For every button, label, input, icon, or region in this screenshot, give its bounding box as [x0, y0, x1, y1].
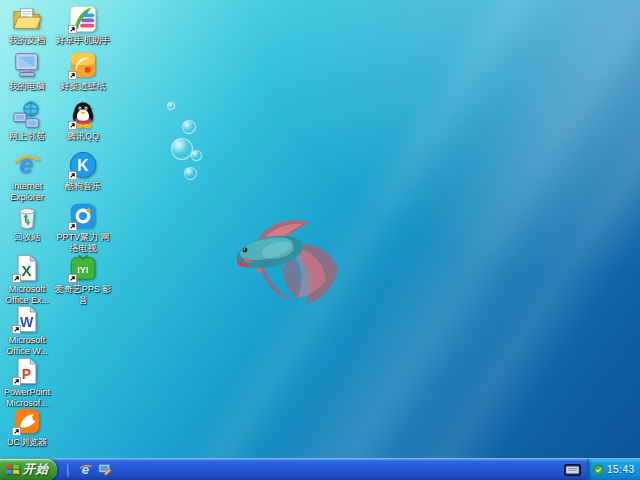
bubble — [171, 138, 193, 160]
start-button-label: 开始 — [23, 461, 49, 478]
svg-text:W: W — [20, 314, 34, 330]
ie-quick-launch-icon[interactable]: e — [78, 462, 93, 477]
betta-fish-image — [222, 192, 346, 306]
desktop-wallpaper: 我的文档好卓手机助手我的电脑好桌道壁纸网上邻居腾讯QQeInternet Exp… — [0, 0, 640, 458]
start-button[interactable]: 开始 — [0, 459, 57, 480]
svg-text:e: e — [82, 462, 89, 477]
desktop-icon-internet-explorer[interactable]: eInternet Explorer — [0, 150, 54, 202]
ms-powerpoint-icon: P — [12, 356, 42, 386]
shortcut-arrow-icon — [12, 427, 21, 436]
system-tray: 15:43 — [587, 459, 640, 480]
ms-word-icon: W — [12, 304, 42, 334]
tencent-qq-icon — [68, 100, 98, 130]
light-ray — [324, 0, 640, 458]
shortcut-arrow-icon — [12, 325, 21, 334]
desktop-icon-uc-browser[interactable]: UC浏览器 — [0, 406, 54, 448]
clock[interactable]: 15:43 — [607, 464, 635, 475]
desktop-icon-label: UC浏览器 — [7, 437, 47, 448]
svg-text:X: X — [22, 262, 32, 279]
desktop-icon-label: 我的文档 — [9, 35, 45, 46]
shortcut-arrow-icon — [68, 121, 77, 130]
desktop-icon-kugou-music[interactable]: K酷狗音乐 — [50, 150, 116, 192]
shortcut-arrow-icon — [12, 274, 21, 283]
svg-text:IYI: IYI — [77, 265, 88, 275]
desktop-icon-label: 好卓手机助手 — [56, 35, 110, 46]
desktop-icon-label: Microsoft Office Ex... — [5, 284, 49, 305]
desktop-icon-iqiyi-pps[interactable]: IYI爱奇艺PPS 影 音 — [50, 253, 116, 305]
my-computer-icon — [12, 50, 42, 80]
taskbar-empty-area[interactable] — [119, 459, 564, 480]
haozhuo-assistant-icon — [68, 4, 98, 34]
my-documents-icon — [12, 4, 42, 34]
desktop-icon-label: Internet Explorer — [10, 181, 44, 202]
desktop-icon-label: 好桌道壁纸 — [61, 81, 106, 92]
taskbar: 开始 e — [0, 458, 640, 480]
desktop-icon-label: 网上邻居 — [9, 131, 45, 142]
desktop-icon-label: 酷狗音乐 — [65, 181, 101, 192]
bubble — [184, 167, 197, 180]
desktop-icon-tencent-qq[interactable]: 腾讯QQ — [50, 100, 116, 142]
recycle-bin-icon — [12, 201, 42, 231]
pptv-icon — [68, 201, 98, 231]
shortcut-arrow-icon — [68, 25, 77, 34]
show-desktop-icon[interactable] — [98, 462, 113, 477]
bubble — [191, 150, 202, 161]
bubble — [182, 120, 196, 134]
light-ray — [112, 0, 609, 458]
quick-launch-bar: e — [57, 459, 119, 480]
network-places-icon — [12, 100, 42, 130]
desktop-icon-ms-word[interactable]: WMicrosoft Office W... — [0, 304, 54, 356]
desktop-icon-label: PPTV聚力 网 络电视 — [56, 232, 109, 253]
quick-launch-handle[interactable] — [67, 463, 70, 477]
desktop-icon-label: 回收站 — [14, 232, 41, 243]
windows-logo-icon — [5, 463, 20, 476]
svg-text:P: P — [22, 366, 31, 382]
shortcut-arrow-icon — [68, 274, 77, 283]
desktop-icon-ms-excel[interactable]: XMicrosoft Office Ex... — [0, 253, 54, 305]
uc-browser-icon — [12, 406, 42, 436]
svg-text:e: e — [19, 150, 33, 178]
shortcut-arrow-icon — [68, 222, 77, 231]
desktop-icon-label: Microsoft Office W... — [6, 335, 47, 356]
desktop-icon-label: 爱奇艺PPS 影 音 — [55, 284, 112, 305]
kugou-music-icon: K — [68, 150, 98, 180]
svg-text:K: K — [77, 157, 89, 174]
iqiyi-pps-icon: IYI — [68, 253, 98, 283]
internet-explorer-icon: e — [12, 150, 42, 180]
desktop-icon-my-documents[interactable]: 我的文档 — [0, 4, 54, 46]
green-shield-icon[interactable] — [593, 464, 604, 476]
desktop-icon-pptv[interactable]: PPTV聚力 网 络电视 — [50, 201, 116, 253]
desktop-icon-label: 我的电脑 — [9, 81, 45, 92]
desktop-icon-network-places[interactable]: 网上邻居 — [0, 100, 54, 142]
desktop-icon-ms-powerpoint[interactable]: PPowerPoint Microsof... — [0, 356, 54, 408]
desktop-icon-recycle-bin[interactable]: 回收站 — [0, 201, 54, 243]
keyboard-language-icon[interactable] — [564, 464, 581, 476]
shortcut-arrow-icon — [68, 171, 77, 180]
shortcut-arrow-icon — [68, 71, 77, 80]
desktop-icon-label: 腾讯QQ — [67, 131, 99, 142]
desktop-icon-haozhuo-assistant[interactable]: 好卓手机助手 — [50, 4, 116, 46]
ms-excel-icon: X — [12, 253, 42, 283]
haozhuodao-wallpaper-icon — [68, 50, 98, 80]
desktop-icon-haozhuodao-wallpaper[interactable]: 好桌道壁纸 — [50, 50, 116, 92]
bubble — [167, 102, 175, 110]
desktop-icon-my-computer[interactable]: 我的电脑 — [0, 50, 54, 92]
shortcut-arrow-icon — [12, 377, 21, 386]
